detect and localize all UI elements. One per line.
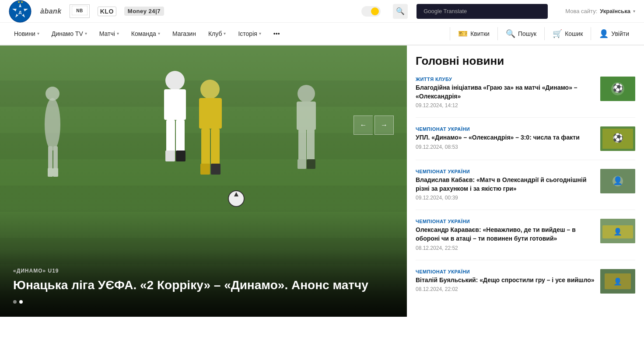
dynamo-logo[interactable]: Д ★ ★ [9, 0, 32, 23]
main-content: ← → «ДИНАМО» U19 Юнацька ліга УЄФА. «2 К… [0, 46, 644, 317]
news-category: ЧЕМПІОНАТ УКРАЇНИ [416, 169, 595, 174]
chevron-down-icon: ▾ [37, 31, 39, 36]
news-date: 09.12.2024, 08:53 [416, 144, 595, 150]
svg-text:⚽: ⚽ [612, 133, 623, 143]
nav-divider [450, 27, 450, 40]
google-translate-label: Google Translate [424, 8, 467, 14]
news-category: ЧЕМПІОНАТ УКРАЇНИ [416, 126, 595, 132]
money-logo[interactable]: Money 24|7 [124, 7, 164, 16]
hero-navigation: ← → [354, 116, 394, 135]
nav-item-komanda[interactable]: Команда ▾ [126, 23, 165, 46]
nav-divider-4 [591, 27, 591, 40]
svg-text:NB: NB [76, 8, 83, 13]
news-thumbnail[interactable]: 👤 [600, 269, 635, 294]
nav-item-klub[interactable]: Клуб ▾ [203, 23, 231, 46]
news-thumbnail[interactable]: 👤 [600, 169, 635, 193]
chevron-down-icon: ▾ [158, 31, 160, 36]
google-translate-box[interactable]: Google Translate [416, 4, 548, 19]
news-item-text: ЧЕМПІОНАТ УКРАЇНИ УПЛ. «Динамо» – «Олекс… [416, 126, 595, 151]
nav-divider-2 [497, 27, 498, 40]
hero-dots [13, 300, 394, 304]
lang-selector-label: Мова сайту: [565, 8, 597, 14]
abank-logo[interactable]: àbank [40, 7, 62, 15]
news-sidebar-title: Головні новини [416, 54, 635, 68]
news-item: ЧЕМПІОНАТ УКРАЇНИ УПЛ. «Динамо» – «Олекс… [416, 126, 635, 160]
news-item-title[interactable]: Віталій Буяльський: «Дещо спростили гру … [416, 276, 595, 285]
toggle-knob [371, 7, 379, 15]
nav-item-more[interactable]: ••• [268, 23, 285, 46]
ticket-icon: 🎫 [458, 29, 468, 38]
header-search-button[interactable]: 🔍 [393, 4, 408, 19]
chevron-down-icon: ▾ [85, 31, 87, 36]
sponsor-bar: Д ★ ★ àbank NB KLO Money 24|7 🔍 Google T… [0, 0, 644, 23]
sponsor-logos: àbank NB KLO Money 24|7 [40, 4, 353, 18]
hero-title[interactable]: Юнацька ліга УЄФА. «2 Корріку» – «Динамо… [13, 277, 394, 293]
user-icon: 👤 [599, 29, 609, 38]
news-thumbnail[interactable]: ⚽ [600, 126, 635, 151]
language-selector[interactable]: Мова сайту: Українська ▾ [565, 8, 635, 14]
hero-overlay: «ДИНАМО» U19 Юнацька ліга УЄФА. «2 Коррі… [0, 250, 407, 317]
svg-text:👤: 👤 [613, 228, 622, 236]
hero-dot-1[interactable] [13, 300, 17, 304]
theme-toggle-button[interactable] [361, 6, 381, 17]
hero-slider: ← → «ДИНАМО» U19 Юнацька ліга УЄФА. «2 К… [0, 46, 407, 317]
news-category: ЧЕМПІОНАТ УКРАЇНИ [416, 269, 595, 274]
news-item-text: ЖИТТЯ КЛУБУ Благодійна ініціатива «Граю … [416, 77, 595, 108]
news-item: ЧЕМПІОНАТ УКРАЇНИ Віталій Буяльський: «Д… [416, 269, 635, 302]
news-category: ЖИТТЯ КЛУБУ [416, 77, 595, 82]
news-sidebar: Головні новини ЖИТТЯ КЛУБУ Благодійна ін… [407, 46, 644, 317]
news-item-title[interactable]: УПЛ. «Динамо» – «Олександрія» – 3:0: чис… [416, 133, 595, 142]
nav-search-button[interactable]: 🔍 Пошук [500, 22, 542, 45]
chevron-down-icon: ▾ [259, 31, 261, 36]
hero-next-button[interactable]: → [374, 116, 394, 135]
svg-text:👤: 👤 [613, 176, 623, 186]
nav-cart-button[interactable]: 🛒 Кошик [546, 22, 589, 45]
nav-login-button[interactable]: 👤 Увійти [593, 22, 635, 45]
svg-text:⚽: ⚽ [612, 83, 623, 93]
klo-logo[interactable]: KLO [98, 7, 116, 16]
chevron-down-icon: ▾ [224, 31, 226, 36]
nb-logo[interactable]: NB [70, 4, 90, 18]
news-item-text: ЧЕМПІОНАТ УКРАЇНИ Олександр Караваєв: «Н… [416, 219, 595, 251]
nav-item-matchi[interactable]: Матчі ▾ [94, 23, 124, 46]
news-item-title[interactable]: Олександр Караваєв: «Неважливо, де ти ви… [416, 226, 595, 243]
search-icon: 🔍 [396, 7, 405, 15]
news-item: ЖИТТЯ КЛУБУ Благодійна ініціатива «Граю … [416, 77, 635, 118]
hero-dot-2[interactable] [19, 300, 23, 304]
svg-text:👤: 👤 [613, 277, 622, 286]
news-item-title[interactable]: Благодійна ініціатива «Граю за» на матчі… [416, 84, 595, 101]
svg-text:★: ★ [18, 0, 20, 4]
nav-tickets-button[interactable]: 🎫 Квитки [452, 22, 496, 45]
svg-text:★: ★ [21, 0, 23, 4]
chevron-down-icon: ▾ [117, 31, 119, 36]
lang-selector-value: Українська [600, 8, 630, 14]
news-item-title[interactable]: Владислав Кабаєв: «Матч в Олександрії й … [416, 176, 595, 193]
news-item-text: ЧЕМПІОНАТ УКРАЇНИ Віталій Буяльський: «Д… [416, 269, 595, 294]
news-date: 08.12.2024, 22:52 [416, 245, 595, 251]
news-thumbnail[interactable]: 👤 [600, 219, 635, 243]
nav-item-mahasyn[interactable]: Магазин [167, 23, 201, 46]
nav-item-novyny[interactable]: Новини ▾ [9, 23, 45, 46]
svg-text:Д: Д [19, 10, 22, 14]
nav-divider-3 [544, 27, 545, 40]
nav-item-dynamo-tv[interactable]: Динамо TV ▾ [46, 23, 92, 46]
hero-prev-button[interactable]: ← [354, 116, 373, 135]
news-date: 09.12.2024, 00:39 [416, 195, 595, 201]
hero-category: «ДИНАМО» U19 [13, 268, 394, 274]
nav-item-istoria[interactable]: Історія ▾ [233, 23, 266, 46]
news-thumbnail[interactable]: ⚽ [600, 77, 635, 101]
news-item: ЧЕМПІОНАТ УКРАЇНИ Владислав Кабаєв: «Мат… [416, 169, 635, 210]
news-item-text: ЧЕМПІОНАТ УКРАЇНИ Владислав Кабаєв: «Мат… [416, 169, 595, 201]
news-date: 08.12.2024, 22:02 [416, 286, 595, 292]
search-icon: 🔍 [506, 29, 515, 38]
main-navigation: Новини ▾ Динамо TV ▾ Матчі ▾ Команда ▾ М… [0, 23, 644, 46]
news-date: 09.12.2024, 14:12 [416, 102, 595, 108]
news-category: ЧЕМПІОНАТ УКРАЇНИ [416, 219, 595, 224]
news-item: ЧЕМПІОНАТ УКРАЇНИ Олександр Караваєв: «Н… [416, 219, 635, 260]
cart-icon: 🛒 [553, 29, 562, 38]
chevron-down-icon: ▾ [633, 9, 635, 14]
nav-right-actions: 🎫 Квитки 🔍 Пошук 🛒 Кошик 👤 Увійти [448, 22, 635, 45]
